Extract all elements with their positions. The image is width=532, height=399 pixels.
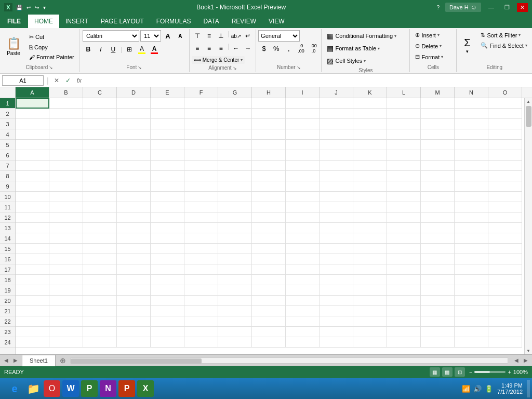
grid-cell[interactable] xyxy=(353,327,387,337)
tab-insert[interactable]: INSERT xyxy=(59,15,95,28)
grid-cell[interactable] xyxy=(218,150,252,161)
grid-cell[interactable] xyxy=(83,327,117,337)
grid-cell[interactable] xyxy=(184,285,218,296)
grid-cell[interactable] xyxy=(320,212,353,223)
grid-cell[interactable] xyxy=(218,129,252,140)
grid-cell[interactable] xyxy=(151,296,184,306)
grid-cell[interactable] xyxy=(151,337,184,348)
grid-cell[interactable] xyxy=(49,223,83,233)
col-header-L[interactable]: L xyxy=(387,87,421,98)
grid-cell[interactable] xyxy=(49,161,83,171)
grid-cell[interactable] xyxy=(49,181,83,192)
grid-cell[interactable] xyxy=(49,285,83,296)
grid-cell[interactable] xyxy=(286,181,320,192)
grid-cell[interactable] xyxy=(387,264,421,275)
grid-cell[interactable] xyxy=(218,212,252,223)
grid-cell[interactable] xyxy=(488,316,522,327)
currency-btn[interactable]: $ xyxy=(258,43,270,54)
grid-cell[interactable] xyxy=(252,337,286,348)
grid-cell[interactable] xyxy=(488,264,522,275)
grid-cell[interactable] xyxy=(184,264,218,275)
grid-cell[interactable] xyxy=(16,98,49,109)
grid-cell[interactable] xyxy=(151,244,184,254)
grid-cell[interactable] xyxy=(49,109,83,119)
grid-cell[interactable] xyxy=(184,296,218,306)
decrease-font-btn[interactable]: A xyxy=(175,30,186,42)
normal-view-btn[interactable]: ▦ xyxy=(430,367,440,377)
grid-cell[interactable] xyxy=(387,171,421,181)
row-header-19[interactable]: 19 xyxy=(0,285,15,296)
grid-cell[interactable] xyxy=(83,275,117,285)
grid-cell[interactable] xyxy=(117,150,151,161)
grid-cell[interactable] xyxy=(353,296,387,306)
time-display[interactable]: 1:49 PM 7/17/2012 xyxy=(497,382,523,395)
grid-cell[interactable] xyxy=(286,212,320,223)
grid-cell[interactable] xyxy=(488,327,522,337)
name-box[interactable] xyxy=(2,75,44,86)
grid-cell[interactable] xyxy=(117,140,151,150)
grid-cell[interactable] xyxy=(218,181,252,192)
grid-cell[interactable] xyxy=(117,244,151,254)
row-header-6[interactable]: 6 xyxy=(0,150,15,161)
grid-cell[interactable] xyxy=(353,223,387,233)
grid-cell[interactable] xyxy=(455,264,488,275)
grid-cell[interactable] xyxy=(83,296,117,306)
grid-cell[interactable] xyxy=(421,109,455,119)
tab-home[interactable]: HOME xyxy=(28,15,59,28)
grid-cell[interactable] xyxy=(83,140,117,150)
grid-cell[interactable] xyxy=(421,296,455,306)
grid-cell[interactable] xyxy=(488,119,522,129)
paste-btn[interactable]: 📋 Paste xyxy=(2,32,25,62)
grid-cell[interactable] xyxy=(353,316,387,327)
grid-cell[interactable] xyxy=(320,202,353,212)
grid-cell[interactable] xyxy=(421,316,455,327)
font-name-select[interactable]: Calibri xyxy=(83,30,139,42)
comma-btn[interactable]: , xyxy=(283,43,295,54)
grid-cell[interactable] xyxy=(455,140,488,150)
grid-cell[interactable] xyxy=(286,316,320,327)
grid-cell[interactable] xyxy=(49,212,83,223)
grid-cell[interactable] xyxy=(320,98,353,109)
grid-cell[interactable] xyxy=(83,192,117,202)
sum-btn[interactable]: Σ ▾ xyxy=(459,30,475,60)
grid-cell[interactable] xyxy=(83,254,117,264)
grid-cell[interactable] xyxy=(488,181,522,192)
grid-cell[interactable] xyxy=(488,212,522,223)
grid-cell[interactable] xyxy=(353,109,387,119)
scroll-thumb[interactable] xyxy=(526,106,531,127)
customize-qa-btn[interactable]: ▾ xyxy=(42,4,47,11)
grid-cell[interactable] xyxy=(387,150,421,161)
grid-cell[interactable] xyxy=(320,285,353,296)
borders-btn[interactable]: ⊞ xyxy=(124,44,135,55)
scroll-up-btn[interactable]: ▲ xyxy=(525,98,531,105)
grid-cell[interactable] xyxy=(286,119,320,129)
grid-cell[interactable] xyxy=(320,140,353,150)
row-header-7[interactable]: 7 xyxy=(0,161,15,171)
h-scroll-right-btn[interactable]: ▶ xyxy=(522,357,530,363)
middle-align-btn[interactable]: ≡ xyxy=(204,30,215,42)
number-expand-icon[interactable]: ↘ xyxy=(297,65,301,70)
grid-cell[interactable] xyxy=(353,275,387,285)
grid-cell[interactable] xyxy=(421,192,455,202)
col-header-E[interactable]: E xyxy=(151,87,184,98)
grid-cell[interactable] xyxy=(218,171,252,181)
grid-cell[interactable] xyxy=(455,285,488,296)
decrease-decimal-btn[interactable]: .00.0 xyxy=(308,43,320,54)
grid-cell[interactable] xyxy=(151,129,184,140)
taskbar-volume-icon[interactable]: 🔊 xyxy=(473,385,482,393)
grid-cell[interactable] xyxy=(83,264,117,275)
grid-cell[interactable] xyxy=(421,337,455,348)
grid-cell[interactable] xyxy=(455,129,488,140)
grid-cell[interactable] xyxy=(421,129,455,140)
add-sheet-btn[interactable]: ⊕ xyxy=(58,356,68,365)
grid-cell[interactable] xyxy=(455,223,488,233)
grid-cell[interactable] xyxy=(16,223,49,233)
grid-cell[interactable] xyxy=(286,140,320,150)
col-header-O[interactable]: O xyxy=(488,87,522,98)
font-expand-icon[interactable]: ↘ xyxy=(138,65,142,70)
grid-cell[interactable] xyxy=(286,275,320,285)
grid-cell[interactable] xyxy=(286,337,320,348)
grid-cell[interactable] xyxy=(117,202,151,212)
grid-cell[interactable] xyxy=(16,181,49,192)
grid-cell[interactable] xyxy=(387,337,421,348)
